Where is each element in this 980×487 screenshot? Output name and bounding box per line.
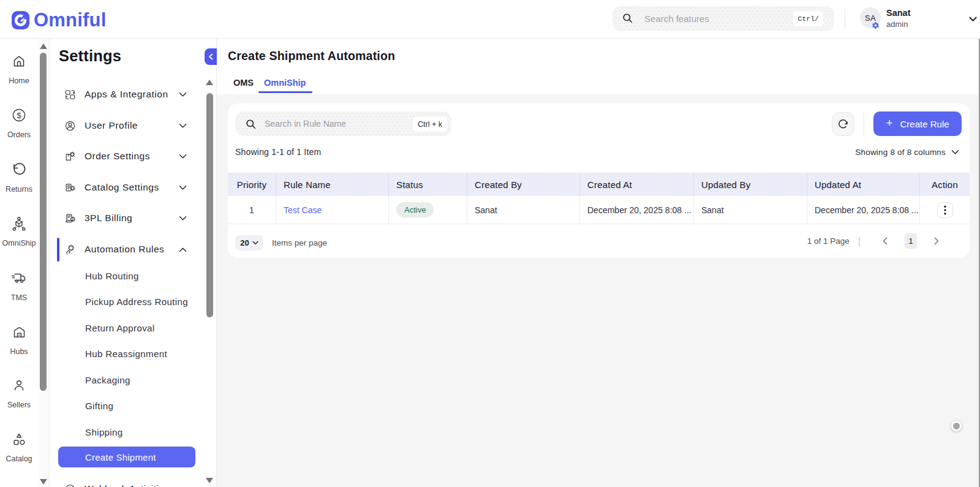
svg-text:$: $ xyxy=(17,111,21,120)
svg-text:$: $ xyxy=(72,217,74,221)
